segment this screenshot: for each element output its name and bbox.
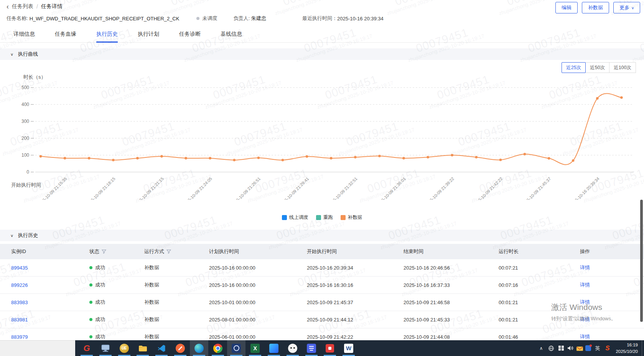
data-platform-icon[interactable] [227, 340, 245, 356]
tab-任务诊断[interactable]: 任务诊断 [179, 31, 201, 41]
range-button-近25次[interactable]: 近25次 [562, 62, 586, 73]
word-icon[interactable]: W [339, 340, 358, 356]
svg-text:2025-10-09 21:39:22: 2025-10-09 21:39:22 [424, 176, 455, 200]
mail-icon[interactable] [575, 340, 584, 356]
start-time: 2025-10-09 21:42:22 [307, 334, 353, 340]
section-execution-curve[interactable]: ∨ 执行曲线 [0, 48, 644, 60]
svg-text:2025-10-09 21:45:37: 2025-10-09 21:45:37 [521, 176, 552, 200]
file-explorer-icon[interactable] [133, 340, 152, 356]
detail-link[interactable]: 详情 [580, 299, 590, 306]
legend-item-补数据[interactable]: 补数据 [341, 214, 362, 221]
instance-id-link[interactable]: 883979 [11, 334, 28, 340]
windows-taskbar: GUEXW ∧英S 16:19 2025/10/20 [0, 340, 644, 356]
tab-执行历史[interactable]: 执行历史 [96, 31, 118, 43]
filter-icon[interactable] [102, 249, 106, 254]
table-cell: 详情 [580, 299, 644, 306]
section-title: 执行曲线 [18, 51, 38, 58]
ultraedit-icon[interactable]: UE [115, 340, 133, 356]
table-cell: 补数据 [144, 299, 209, 306]
messenger-icon[interactable] [584, 340, 592, 356]
tab-基线信息[interactable]: 基线信息 [221, 31, 242, 41]
detail-link[interactable]: 详情 [580, 281, 590, 288]
docs-app-icon[interactable] [302, 340, 321, 356]
column-header-实例ID: 实例ID [11, 248, 89, 255]
vscode-icon[interactable] [152, 340, 171, 356]
tab-bar: 详细信息任务血缘执行历史执行计划任务诊断基线信息 [0, 31, 644, 43]
section-execution-history[interactable]: ∨ 执行历史 [0, 230, 644, 241]
task-name: H_WF_DWD_TRADE_HKAUDIT_SHOP_RECEIPT_OTHE… [30, 16, 180, 22]
table-cell: 成功 [89, 316, 144, 323]
pencil-app-icon[interactable] [171, 340, 189, 356]
last-exec-label: 最近执行时间： [302, 15, 337, 22]
filter-icon[interactable] [166, 249, 171, 254]
show-desktop-button[interactable] [642, 340, 644, 356]
plan-time: 2025-10-16 00:00:00 [209, 282, 255, 288]
column-header-状态: 状态 [89, 248, 144, 255]
column-label: 运行时长 [499, 248, 519, 255]
back-chevron-icon[interactable]: ‹ [7, 4, 9, 9]
range-button-近100次[interactable]: 近100次 [609, 62, 636, 73]
table-cell: 2025-08-01 00:00:00 [209, 317, 307, 323]
instance-id-link[interactable]: 883981 [11, 317, 28, 323]
red-app-icon[interactable] [321, 340, 339, 356]
tray-expand-icon[interactable]: ∧ [537, 340, 545, 356]
scrollbar-thumb[interactable] [640, 200, 643, 322]
chrome-icon[interactable] [209, 340, 227, 356]
run-mode: 补数据 [144, 316, 159, 323]
ime-indicator[interactable]: 英 [593, 340, 602, 356]
taskbar-clock[interactable]: 16:19 2025/10/20 [607, 342, 638, 354]
volume-icon[interactable] [566, 340, 575, 356]
plan-time: 2025-10-16 00:00:00 [209, 265, 255, 271]
tab-执行计划[interactable]: 执行计划 [138, 31, 159, 41]
excel-icon[interactable]: X [246, 340, 264, 356]
watermark-id: 00079451 [281, 0, 350, 8]
detail-link[interactable]: 详情 [580, 333, 590, 340]
legend-item-重跑[interactable]: 重跑 [316, 214, 333, 221]
table-cell: 详情 [580, 264, 644, 271]
tab-任务血缘[interactable]: 任务血缘 [55, 31, 76, 41]
table-cell: 00:01:21 [499, 300, 580, 305]
edit-button[interactable]: 编辑 [555, 2, 578, 13]
feishu-icon[interactable] [265, 340, 283, 356]
instance-id-link[interactable]: 899435 [11, 265, 28, 271]
range-button-近50次[interactable]: 近50次 [585, 62, 609, 73]
watermark-id: 00079451 [169, 0, 238, 8]
legend-swatch-icon [282, 215, 287, 220]
network-icon[interactable] [547, 340, 555, 356]
windows-widgets-icon[interactable] [557, 340, 565, 356]
breadcrumb: ‹ 任务列表 / 任务详情 [7, 3, 63, 10]
instance-id-link[interactable]: 899226 [11, 282, 28, 288]
legend-item-线上调度[interactable]: 线上调度 [282, 214, 308, 221]
backfill-button[interactable]: 补数据 [582, 2, 609, 13]
section-title: 执行历史 [18, 232, 38, 239]
instance-id-link[interactable]: 883983 [11, 300, 28, 305]
watermark-tile: 00079451zhujianzhong 2025-10-20 16:19:17 [57, 0, 128, 13]
tab-详细信息[interactable]: 详细信息 [13, 31, 35, 41]
status-cell: 成功 [89, 316, 105, 323]
duration: 00:01:21 [499, 300, 518, 305]
ludashi-icon[interactable] [96, 340, 115, 356]
watermark-user-time: zhujianzhong 2025-10-20 16:19:17 [386, 0, 464, 17]
svg-text:400: 400 [21, 102, 29, 107]
table-row: 899435成功补数据2025-10-16 00:00:002025-10-16… [0, 259, 644, 277]
more-button[interactable]: 更多∨ [613, 2, 640, 13]
edge-icon[interactable] [190, 340, 208, 356]
status-cell: 成功 [89, 264, 105, 271]
column-label: 操作 [580, 248, 590, 255]
taskbar-left-window [0, 340, 75, 356]
status-badge: 未调度 [202, 15, 217, 22]
execution-history-table: 实例ID状态运行方式计划执行时间开始执行时间结束时间运行时长操作 899435成… [0, 244, 644, 346]
column-label: 结束时间 [404, 248, 423, 255]
end-time: 2025-10-09 21:44:08 [404, 334, 450, 340]
detail-link[interactable]: 详情 [580, 316, 590, 323]
status-cell: 成功 [89, 281, 105, 288]
panda-app-icon[interactable] [283, 340, 302, 356]
watermark-user-time: zhujianzhong 2025-10-20 16:19:17 [274, 0, 352, 17]
detail-link[interactable]: 详情 [580, 264, 590, 271]
svg-text:0: 0 [26, 169, 29, 175]
table-cell: 详情 [580, 281, 644, 288]
godin-browser-icon[interactable]: G [77, 340, 96, 356]
breadcrumb-task-list[interactable]: 任务列表 [12, 3, 33, 10]
svg-text:2025-10-09 21:18:15: 2025-10-09 21:18:15 [85, 176, 116, 200]
button-label: 编辑 [562, 4, 572, 11]
